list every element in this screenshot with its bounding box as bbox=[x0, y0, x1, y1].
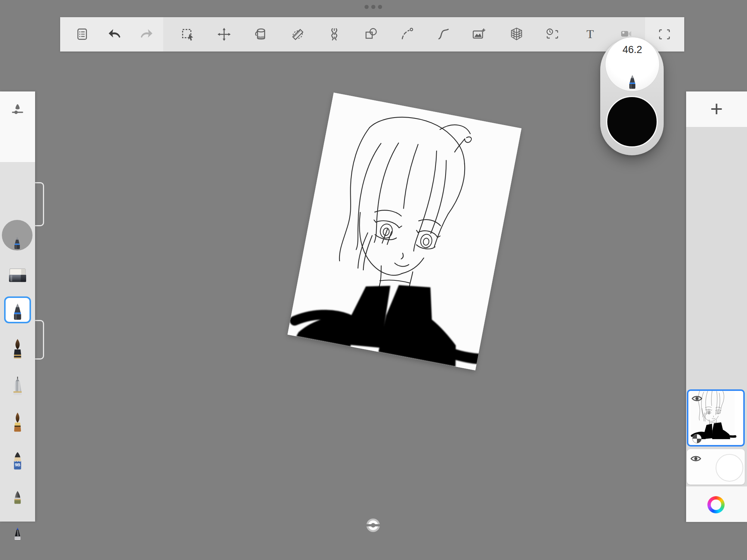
add-layer-button[interactable]: + bbox=[686, 91, 747, 127]
brush-tip-icon bbox=[626, 74, 639, 90]
undo-icon[interactable] bbox=[106, 25, 124, 43]
fullscreen-icon[interactable] bbox=[655, 25, 673, 43]
dot bbox=[365, 5, 369, 9]
perspective-grid-icon[interactable] bbox=[508, 25, 526, 43]
color-picker-section bbox=[686, 486, 747, 522]
redo-icon[interactable] bbox=[137, 25, 155, 43]
brush-size-value: 46.2 bbox=[605, 44, 659, 56]
tool-ink-brush[interactable] bbox=[10, 338, 25, 361]
add-image-icon[interactable] bbox=[470, 25, 488, 43]
plus-icon: + bbox=[710, 98, 723, 119]
brush-tip-icon bbox=[12, 236, 23, 250]
brush-size-dial[interactable]: 46.2 bbox=[605, 37, 660, 91]
tool-fineliner-pen-selected[interactable] bbox=[4, 296, 31, 323]
time-lapse-icon[interactable] bbox=[543, 25, 561, 43]
tool-ballpoint-pen[interactable] bbox=[10, 527, 25, 542]
rotate-reset-button[interactable] bbox=[366, 519, 380, 532]
pencil-grade-label: 9B bbox=[15, 463, 21, 467]
layer-row-background[interactable] bbox=[687, 449, 745, 485]
main-toolbar: T bbox=[60, 17, 684, 52]
drawing-canvas[interactable] bbox=[288, 93, 522, 370]
fill-bucket-icon[interactable] bbox=[252, 25, 270, 43]
layer-transparency-icon[interactable] bbox=[692, 433, 702, 444]
paper-color-swatch[interactable] bbox=[716, 454, 743, 482]
curve-tool-icon[interactable] bbox=[399, 25, 416, 43]
current-brush-preview[interactable] bbox=[2, 220, 32, 251]
tool-charcoal-pencil[interactable] bbox=[10, 490, 25, 507]
text-tool-glyph: T bbox=[586, 27, 594, 41]
dot bbox=[371, 5, 375, 9]
stroke-tool-icon[interactable] bbox=[435, 25, 453, 43]
symmetry-icon[interactable] bbox=[325, 25, 343, 43]
rotate-reset-slit bbox=[365, 524, 381, 526]
tool-eraser[interactable] bbox=[7, 267, 28, 283]
tool-pencil-9b[interactable]: 9B bbox=[10, 451, 25, 473]
window-drag-handle[interactable] bbox=[365, 5, 382, 9]
layer-visibility-eye-icon[interactable] bbox=[691, 395, 703, 402]
brush-settings-section bbox=[0, 91, 35, 162]
text-tool-icon[interactable]: T bbox=[581, 25, 599, 43]
marquee-select-icon[interactable] bbox=[179, 25, 197, 43]
tool-paint-brush[interactable] bbox=[10, 412, 25, 435]
fineliner-pen-icon bbox=[10, 303, 25, 321]
app-window: T 46.2 bbox=[0, 0, 747, 560]
move-icon[interactable] bbox=[215, 25, 233, 43]
sketch-artwork bbox=[288, 93, 522, 370]
layer-list-icon[interactable] bbox=[73, 25, 91, 43]
layers-sidebar: + bbox=[686, 91, 747, 522]
brush-color-swatch[interactable] bbox=[606, 96, 658, 147]
ruler-icon[interactable] bbox=[289, 25, 307, 43]
tool-technical-pen[interactable] bbox=[10, 376, 25, 397]
brush-size-adjuster-icon[interactable] bbox=[10, 103, 25, 116]
shape-tool-icon[interactable] bbox=[362, 25, 380, 43]
color-wheel-icon[interactable] bbox=[707, 496, 725, 513]
tools-sidebar: 9B bbox=[0, 91, 35, 522]
layer-visibility-eye-icon[interactable] bbox=[690, 455, 701, 463]
dot bbox=[378, 5, 382, 9]
layer-row-sketch[interactable] bbox=[687, 389, 745, 447]
